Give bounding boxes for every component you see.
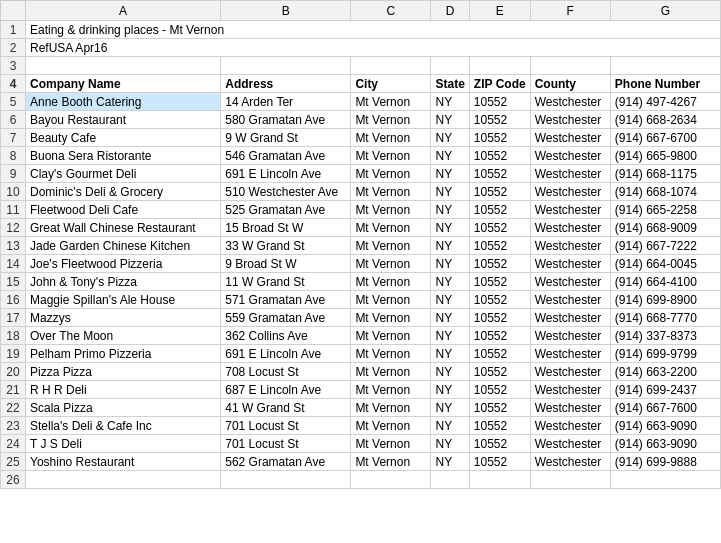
cell-6d[interactable]: NY <box>431 111 469 129</box>
cell-11a[interactable]: Fleetwood Deli Cafe <box>26 201 221 219</box>
cell-25b[interactable]: 562 Gramatan Ave <box>221 453 351 471</box>
cell-25f[interactable]: Westchester <box>530 453 610 471</box>
cell-22d[interactable]: NY <box>431 399 469 417</box>
cell-23f[interactable]: Westchester <box>530 417 610 435</box>
header-county[interactable]: County <box>530 75 610 93</box>
header-city[interactable]: City <box>351 75 431 93</box>
cell-7g[interactable]: (914) 667-6700 <box>610 129 720 147</box>
cell-19g[interactable]: (914) 699-9799 <box>610 345 720 363</box>
cell-20b[interactable]: 708 Locust St <box>221 363 351 381</box>
cell-25a[interactable]: Yoshino Restaurant <box>26 453 221 471</box>
cell-3b[interactable] <box>221 57 351 75</box>
cell-12f[interactable]: Westchester <box>530 219 610 237</box>
cell-20d[interactable]: NY <box>431 363 469 381</box>
cell-15e[interactable]: 10552 <box>469 273 530 291</box>
cell-18a[interactable]: Over The Moon <box>26 327 221 345</box>
cell-11b[interactable]: 525 Gramatan Ave <box>221 201 351 219</box>
cell-3c[interactable] <box>351 57 431 75</box>
cell-19c[interactable]: Mt Vernon <box>351 345 431 363</box>
cell-9g[interactable]: (914) 668-1175 <box>610 165 720 183</box>
cell-13f[interactable]: Westchester <box>530 237 610 255</box>
cell-22e[interactable]: 10552 <box>469 399 530 417</box>
cell-22f[interactable]: Westchester <box>530 399 610 417</box>
cell-20c[interactable]: Mt Vernon <box>351 363 431 381</box>
col-header-c[interactable]: C <box>351 1 431 21</box>
cell-24g[interactable]: (914) 663-9090 <box>610 435 720 453</box>
cell-15a[interactable]: John & Tony's Pizza <box>26 273 221 291</box>
cell-6b[interactable]: 580 Gramatan Ave <box>221 111 351 129</box>
cell-21a[interactable]: R H R Deli <box>26 381 221 399</box>
cell-22g[interactable]: (914) 667-7600 <box>610 399 720 417</box>
cell-12d[interactable]: NY <box>431 219 469 237</box>
cell-21e[interactable]: 10552 <box>469 381 530 399</box>
cell-8b[interactable]: 546 Gramatan Ave <box>221 147 351 165</box>
cell-12e[interactable]: 10552 <box>469 219 530 237</box>
cell-17f[interactable]: Westchester <box>530 309 610 327</box>
cell-7c[interactable]: Mt Vernon <box>351 129 431 147</box>
cell-17c[interactable]: Mt Vernon <box>351 309 431 327</box>
cell-20a[interactable]: Pizza Pizza <box>26 363 221 381</box>
cell-24d[interactable]: NY <box>431 435 469 453</box>
cell-26d[interactable] <box>431 471 469 489</box>
cell-10c[interactable]: Mt Vernon <box>351 183 431 201</box>
cell-3f[interactable] <box>530 57 610 75</box>
cell-6e[interactable]: 10552 <box>469 111 530 129</box>
cell-subtitle[interactable]: RefUSA Apr16 <box>26 39 721 57</box>
cell-3g[interactable] <box>610 57 720 75</box>
cell-18e[interactable]: 10552 <box>469 327 530 345</box>
cell-23b[interactable]: 701 Locust St <box>221 417 351 435</box>
cell-25e[interactable]: 10552 <box>469 453 530 471</box>
cell-16d[interactable]: NY <box>431 291 469 309</box>
cell-24b[interactable]: 701 Locust St <box>221 435 351 453</box>
cell-10b[interactable]: 510 Westchester Ave <box>221 183 351 201</box>
cell-20f[interactable]: Westchester <box>530 363 610 381</box>
cell-8e[interactable]: 10552 <box>469 147 530 165</box>
cell-24e[interactable]: 10552 <box>469 435 530 453</box>
cell-26f[interactable] <box>530 471 610 489</box>
cell-21f[interactable]: Westchester <box>530 381 610 399</box>
cell-17g[interactable]: (914) 668-7770 <box>610 309 720 327</box>
cell-16b[interactable]: 571 Gramatan Ave <box>221 291 351 309</box>
cell-17b[interactable]: 559 Gramatan Ave <box>221 309 351 327</box>
cell-18g[interactable]: (914) 337-8373 <box>610 327 720 345</box>
cell-9d[interactable]: NY <box>431 165 469 183</box>
header-zip[interactable]: ZIP Code <box>469 75 530 93</box>
cell-22c[interactable]: Mt Vernon <box>351 399 431 417</box>
cell-17a[interactable]: Mazzys <box>26 309 221 327</box>
cell-24f[interactable]: Westchester <box>530 435 610 453</box>
cell-15d[interactable]: NY <box>431 273 469 291</box>
cell-18d[interactable]: NY <box>431 327 469 345</box>
cell-25d[interactable]: NY <box>431 453 469 471</box>
cell-14c[interactable]: Mt Vernon <box>351 255 431 273</box>
cell-3e[interactable] <box>469 57 530 75</box>
cell-23a[interactable]: Stella's Deli & Cafe Inc <box>26 417 221 435</box>
cell-5d[interactable]: NY <box>431 93 469 111</box>
cell-22a[interactable]: Scala Pizza <box>26 399 221 417</box>
cell-15b[interactable]: 11 W Grand St <box>221 273 351 291</box>
cell-23e[interactable]: 10552 <box>469 417 530 435</box>
col-header-a[interactable]: A <box>26 1 221 21</box>
cell-23g[interactable]: (914) 663-9090 <box>610 417 720 435</box>
cell-17e[interactable]: 10552 <box>469 309 530 327</box>
cell-21c[interactable]: Mt Vernon <box>351 381 431 399</box>
col-header-b[interactable]: B <box>221 1 351 21</box>
cell-6g[interactable]: (914) 668-2634 <box>610 111 720 129</box>
cell-7e[interactable]: 10552 <box>469 129 530 147</box>
cell-16g[interactable]: (914) 699-8900 <box>610 291 720 309</box>
cell-5f[interactable]: Westchester <box>530 93 610 111</box>
cell-26c[interactable] <box>351 471 431 489</box>
col-header-f[interactable]: F <box>530 1 610 21</box>
header-state[interactable]: State <box>431 75 469 93</box>
cell-11g[interactable]: (914) 665-2258 <box>610 201 720 219</box>
cell-8f[interactable]: Westchester <box>530 147 610 165</box>
cell-11e[interactable]: 10552 <box>469 201 530 219</box>
cell-10g[interactable]: (914) 668-1074 <box>610 183 720 201</box>
cell-13b[interactable]: 33 W Grand St <box>221 237 351 255</box>
cell-26a[interactable] <box>26 471 221 489</box>
cell-26g[interactable] <box>610 471 720 489</box>
cell-10d[interactable]: NY <box>431 183 469 201</box>
cell-24c[interactable]: Mt Vernon <box>351 435 431 453</box>
cell-9b[interactable]: 691 E Lincoln Ave <box>221 165 351 183</box>
cell-21g[interactable]: (914) 699-2437 <box>610 381 720 399</box>
cell-5b[interactable]: 14 Arden Ter <box>221 93 351 111</box>
